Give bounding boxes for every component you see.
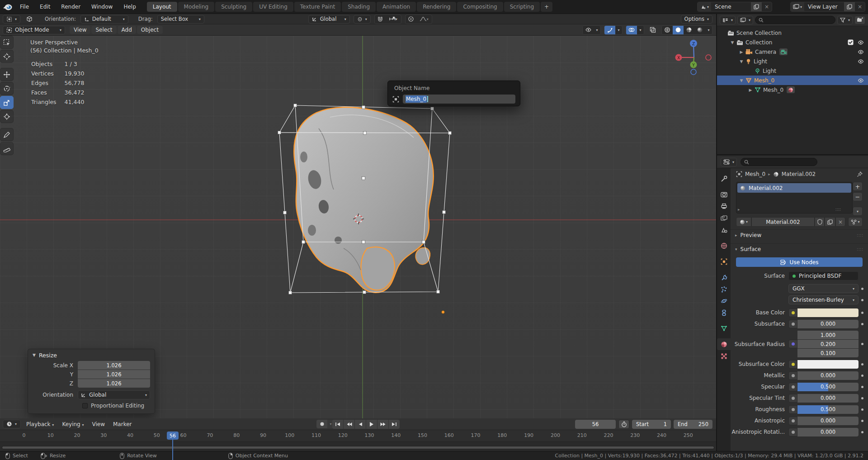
- gizmo-z-neg-axis[interactable]: [691, 69, 696, 75]
- socket-chip[interactable]: [788, 320, 797, 328]
- tab-uv-editing[interactable]: UV Editing: [253, 2, 293, 12]
- view-layer-name[interactable]: View Layer: [804, 4, 844, 10]
- properties-tab-view-layer[interactable]: [717, 212, 731, 224]
- resize-value-field[interactable]: 1.026: [78, 379, 150, 388]
- slider-anisotropic-rotati[interactable]: 0.000: [797, 428, 859, 436]
- keyframe-dot[interactable]: [861, 397, 863, 399]
- snap-toggle-icon[interactable]: [375, 15, 386, 24]
- slider-roughness[interactable]: 0.500: [797, 405, 859, 414]
- scene-name[interactable]: Scene: [711, 4, 751, 10]
- material-slot-item[interactable]: Material.002: [737, 183, 851, 193]
- options-dropdown[interactable]: Options▾: [681, 15, 712, 24]
- tab-animation[interactable]: Animation: [377, 2, 416, 12]
- properties-tab-data[interactable]: [717, 322, 731, 334]
- properties-tab-material[interactable]: [717, 338, 731, 350]
- keyframe-dot[interactable]: [861, 288, 863, 290]
- use-preview-range-icon[interactable]: [618, 420, 629, 429]
- material-browse-dropdown[interactable]: ▾: [736, 217, 751, 227]
- play-reverse-button[interactable]: [355, 420, 366, 429]
- resize-value-field[interactable]: 1.026: [78, 370, 150, 379]
- hide-eye-icon[interactable]: [857, 59, 864, 64]
- properties-tab-world[interactable]: [717, 240, 731, 251]
- new-collection-button[interactable]: [854, 16, 865, 24]
- keyframe-dot[interactable]: [861, 343, 863, 345]
- scene-selector[interactable]: ▾ Scene ×: [697, 2, 772, 12]
- slider-subsurface[interactable]: 0.000: [797, 320, 859, 328]
- keyframe-dot[interactable]: [861, 386, 863, 388]
- tab-scripting[interactable]: Scripting: [504, 2, 540, 12]
- use-nodes-button[interactable]: Use Nodes: [736, 257, 863, 267]
- view-layer-remove-icon[interactable]: ×: [855, 2, 865, 11]
- socket-chip[interactable]: [788, 428, 797, 436]
- expand-arrow-icon[interactable]: ▼: [730, 40, 735, 45]
- add-workspace-button[interactable]: +: [541, 2, 552, 12]
- xray-toggle-icon[interactable]: [647, 26, 658, 34]
- keyframe-dot[interactable]: [861, 312, 863, 314]
- resize-value-field[interactable]: 1.026: [78, 361, 150, 370]
- outliner-filter-view-dropdown[interactable]: ▾: [737, 16, 753, 24]
- slider-anisotropic[interactable]: 0.000: [797, 417, 859, 425]
- properties-tab-particles[interactable]: [717, 283, 731, 295]
- expand-arrow-icon[interactable]: ▼: [739, 78, 744, 83]
- visibility-dropdown[interactable]: ▾: [594, 26, 600, 34]
- transform-orientation-dropdown[interactable]: Global▾: [308, 15, 350, 24]
- tab-sculpting[interactable]: Sculpting: [215, 2, 252, 12]
- distribution-dropdown[interactable]: GGX▾: [788, 284, 859, 293]
- color-swatch-subsurface-color[interactable]: [797, 360, 859, 369]
- keyframe-dot[interactable]: [861, 375, 863, 377]
- expand-arrow-icon[interactable]: ▶: [739, 50, 744, 54]
- timeline-scrollbar[interactable]: [2, 446, 714, 449]
- timeline-menu-keying[interactable]: Keying ▾: [58, 420, 87, 428]
- mesh-object[interactable]: [294, 107, 434, 293]
- proportional-falloff-dropdown[interactable]: ▾: [416, 15, 432, 24]
- mode-dropdown[interactable]: Object Mode▾: [3, 26, 65, 34]
- resize-panel-header[interactable]: ▼ Resize: [28, 349, 155, 361]
- hide-eye-icon[interactable]: [857, 78, 864, 83]
- vector-value-field[interactable]: 0.200: [797, 340, 859, 348]
- slider-specular-tint[interactable]: 0.000: [797, 394, 859, 403]
- socket-chip[interactable]: [788, 371, 797, 380]
- keyframe-dot[interactable]: [861, 431, 863, 433]
- view-layer-copy-icon[interactable]: [844, 2, 855, 11]
- socket-chip[interactable]: [788, 340, 797, 348]
- collection-checkbox[interactable]: [848, 39, 854, 45]
- prev-keyframe-button[interactable]: [344, 420, 354, 429]
- outliner-row-camera[interactable]: ▶Camera: [717, 47, 868, 57]
- jump-to-end-button[interactable]: [389, 420, 400, 429]
- keyframe-dot[interactable]: [861, 420, 863, 422]
- viewport-menu-select[interactable]: Select: [91, 26, 116, 34]
- properties-tab-physics[interactable]: [717, 295, 731, 307]
- tab-texture-paint[interactable]: Texture Paint: [294, 2, 341, 12]
- snap-mode-dropdown[interactable]: ▾: [386, 15, 401, 24]
- next-keyframe-button[interactable]: [377, 420, 388, 429]
- socket-chip[interactable]: [788, 394, 797, 403]
- socket-chip[interactable]: [788, 360, 797, 369]
- timeline-menu-playback[interactable]: Playback ▾: [23, 420, 57, 428]
- scene-unlink-icon[interactable]: ×: [762, 2, 772, 11]
- surface-shader-field[interactable]: Principled BSDF: [788, 271, 859, 280]
- slider-metallic[interactable]: 0.000: [797, 371, 859, 380]
- timeline-menu-marker[interactable]: Marker: [109, 420, 135, 428]
- tab-layout[interactable]: Layout: [147, 2, 177, 12]
- active-tool-dropdown[interactable]: ▾: [3, 15, 20, 24]
- add-slot-button[interactable]: +: [853, 182, 863, 191]
- shading-material-icon[interactable]: [684, 26, 694, 34]
- menu-help[interactable]: Help: [119, 2, 140, 12]
- gizmo-x-neg-axis[interactable]: [706, 55, 711, 60]
- object-name-input[interactable]: Mesh_0: [403, 95, 515, 104]
- properties-search-input[interactable]: [741, 158, 817, 166]
- outliner-search-input[interactable]: [755, 16, 835, 24]
- scene-icon[interactable]: ▾: [698, 2, 711, 11]
- slider-specular[interactable]: 0.500: [797, 383, 859, 391]
- shading-solid-icon[interactable]: [673, 26, 684, 34]
- properties-tab-modifiers[interactable]: [717, 271, 731, 283]
- tab-modeling[interactable]: Modeling: [178, 2, 215, 12]
- breadcrumb-material[interactable]: Material.002: [782, 171, 816, 177]
- frame-end-field[interactable]: End250: [674, 420, 712, 429]
- socket-chip[interactable]: [788, 417, 797, 425]
- drag-dropdown[interactable]: Select Box▾: [157, 15, 204, 24]
- outliner-row-light[interactable]: ▼Light: [717, 57, 868, 66]
- pin-icon[interactable]: [857, 171, 863, 177]
- viewport-menu-object[interactable]: Object: [137, 26, 163, 34]
- slot-list-grip[interactable]: ::::: [835, 207, 841, 212]
